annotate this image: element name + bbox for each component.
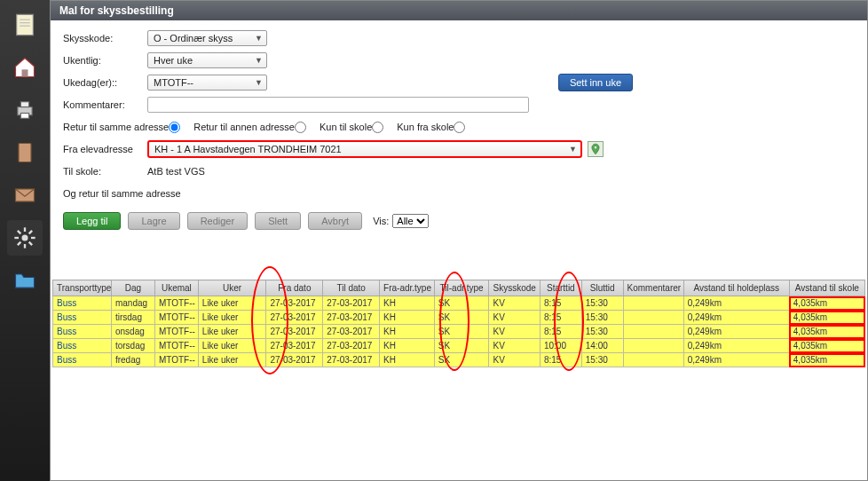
cell-start: 8:15 [540, 353, 581, 367]
cell-fra_adr: KH [380, 353, 435, 367]
sidebar-settings[interactable] [7, 220, 43, 256]
cell-dag: torsdag [111, 339, 154, 353]
th-starttid[interactable]: Starttid [540, 280, 581, 296]
th-uker[interactable]: Uker [198, 280, 266, 296]
ukentlig-select[interactable]: Hver uke [147, 52, 267, 68]
table-header-row: Transporttype Dag Ukemal Uker Fra dato T… [53, 280, 865, 296]
cell-askole: 4,035km [789, 311, 864, 325]
cell-fra_dato: 27-03-2017 [266, 325, 323, 339]
svg-point-19 [595, 146, 596, 148]
cell-fra_dato: 27-03-2017 [266, 353, 323, 367]
svg-rect-4 [22, 69, 28, 76]
kommentarer-label: Kommentarer: [63, 99, 147, 110]
sidebar-mail[interactable] [7, 177, 43, 213]
slett-button[interactable]: Slett [255, 212, 301, 230]
skysskode-select[interactable]: O - Ordinær skyss [147, 30, 267, 46]
cell-skysskode: KV [489, 296, 540, 311]
th-skysskode[interactable]: Skysskode [489, 280, 540, 296]
radio-retur-annen[interactable]: Retur til annen adresse [193, 122, 309, 133]
cell-skysskode: KV [489, 353, 540, 367]
cell-askole: 4,035km [789, 353, 864, 367]
rediger-button[interactable]: Rediger [187, 212, 249, 230]
cell-til_dato: 27-03-2017 [323, 325, 380, 339]
sidebar-home[interactable] [7, 50, 43, 85]
legg-til-button[interactable]: Legg til [63, 212, 121, 230]
cell-fra_adr: KH [380, 311, 435, 325]
svg-rect-6 [20, 102, 28, 107]
retur-radio-group: Retur til samme adresse Retur til annen … [63, 117, 855, 137]
th-dag[interactable]: Dag [111, 280, 154, 296]
cell-slutt: 14:00 [581, 339, 623, 353]
th-kommentarer[interactable]: Kommentarer [623, 280, 683, 296]
svg-line-16 [29, 242, 33, 246]
kommentarer-input[interactable] [147, 97, 529, 113]
cell-skysskode: KV [489, 325, 540, 339]
cell-dag: fredag [111, 353, 154, 367]
th-avstand-skole[interactable]: Avstand til skole [789, 280, 864, 296]
sidebar-notepad[interactable] [7, 7, 43, 43]
cell-til_dato: 27-03-2017 [323, 353, 380, 367]
og-retur-label: Og retur til samme adresse [63, 188, 181, 199]
cell-dag: onsdag [111, 325, 154, 339]
cell-start: 8:15 [540, 311, 581, 325]
th-til-dato[interactable]: Til dato [323, 280, 380, 296]
fra-elevadresse-label: Fra elevadresse [63, 144, 147, 154]
cell-slutt: 15:30 [581, 296, 623, 311]
table-row[interactable]: BusstorsdagMTOTF--Like uker27-03-201727-… [53, 339, 865, 353]
sett-inn-uke-button[interactable]: Sett inn uke [558, 74, 633, 91]
cell-fra_adr: KH [380, 296, 435, 311]
cell-ukemal: MTOTF-- [154, 296, 198, 311]
svg-line-15 [18, 231, 20, 234]
table-row[interactable]: BussmandagMTOTF--Like uker27-03-201727-0… [53, 296, 865, 311]
cell-start: 8:15 [540, 296, 581, 311]
cell-transporttype: Buss [53, 311, 112, 325]
cell-transporttype: Buss [53, 339, 112, 353]
cell-uker: Like uker [198, 296, 266, 311]
table-row[interactable]: BussfredagMTOTF--Like uker27-03-201727-0… [53, 353, 865, 367]
cell-uker: Like uker [198, 311, 266, 325]
sidebar-folder[interactable] [7, 263, 43, 298]
radio-kun-fra-skole[interactable]: Kun fra skole [397, 122, 468, 133]
th-avstand-holdeplass[interactable]: Avstand til holdeplass [683, 280, 789, 296]
fra-elevadresse-select[interactable]: KH - 1 A Havstadvegen TRONDHEIM 7021 [147, 140, 582, 158]
radio-retur-samme[interactable]: Retur til samme adresse [63, 122, 183, 133]
window-title: Mal for skyssbestilling [51, 1, 867, 20]
cell-askole: 4,035km [789, 325, 864, 339]
cell-fra_adr: KH [380, 339, 435, 353]
avbryt-button[interactable]: Avbryt [308, 212, 362, 230]
th-fra-adr-type[interactable]: Fra-adr.type [380, 280, 435, 296]
map-icon[interactable] [588, 141, 604, 157]
th-ukemal[interactable]: Ukemal [154, 280, 198, 296]
svg-rect-8 [19, 144, 31, 162]
sidebar-book[interactable] [7, 135, 43, 170]
cell-uker: Like uker [198, 325, 266, 339]
table-row[interactable]: BussonsdagMTOTF--Like uker27-03-201727-0… [53, 325, 865, 339]
cell-til_dato: 27-03-2017 [323, 311, 380, 325]
cell-fra_dato: 27-03-2017 [266, 311, 323, 325]
cell-til_adr: SK [434, 296, 489, 311]
th-sluttid[interactable]: Sluttid [581, 280, 623, 296]
cell-uker: Like uker [198, 353, 266, 367]
cell-start: 10:00 [540, 339, 581, 353]
sidebar-printer[interactable] [7, 92, 43, 128]
svg-line-17 [18, 242, 20, 246]
radio-kun-til-skole[interactable]: Kun til skole [320, 122, 386, 133]
th-transporttype[interactable]: Transporttype [53, 280, 112, 296]
main-panel: Mal for skyssbestilling Skysskode: O - O… [50, 0, 868, 481]
sidebar [0, 0, 50, 481]
cell-transporttype: Buss [53, 325, 112, 339]
cell-start: 8:15 [540, 325, 581, 339]
cell-skysskode: KV [489, 339, 540, 353]
svg-rect-0 [17, 14, 34, 35]
cell-dag: mandag [111, 296, 154, 311]
th-fra-dato[interactable]: Fra dato [266, 280, 323, 296]
table-row[interactable]: BusstirsdagMTOTF--Like uker27-03-201727-… [53, 311, 865, 325]
th-til-adr-type[interactable]: Til-adr.type [434, 280, 489, 296]
cell-askole: 4,035km [789, 296, 864, 311]
cell-ahold: 0,249km [683, 353, 789, 367]
cell-ahold: 0,249km [683, 311, 789, 325]
lagre-button[interactable]: Lagre [128, 212, 179, 230]
ukedager-select[interactable]: MTOTF-- [147, 75, 267, 91]
ukentlig-label: Ukentlig: [63, 55, 147, 66]
vis-select[interactable]: Alle [392, 214, 429, 228]
